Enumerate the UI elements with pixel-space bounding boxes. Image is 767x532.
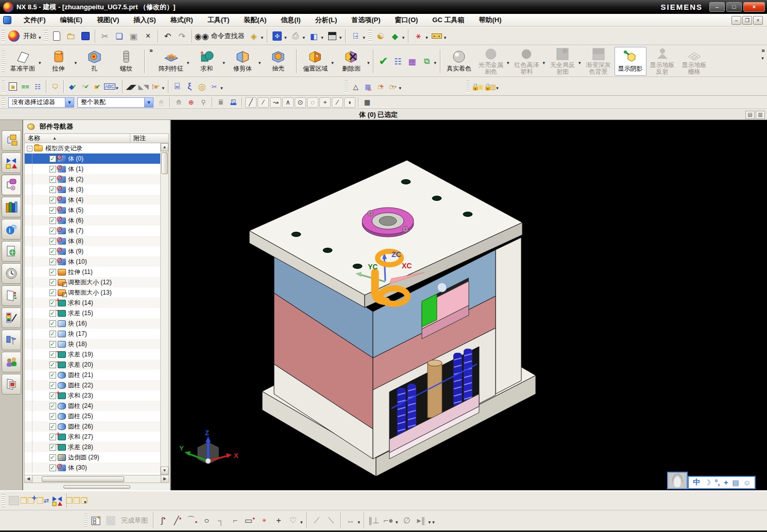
fit-selection-icon[interactable]: ▣: [7, 81, 19, 92]
tree-row[interactable]: 圆柱 (25): [25, 411, 160, 421]
lock-body-icon[interactable]: 🔒▣: [472, 81, 483, 92]
chamfer-icon[interactable]: ⌐: [229, 514, 242, 527]
view-cube-icon[interactable]: ◧: [307, 29, 320, 43]
cut-icon[interactable]: ✂: [98, 29, 112, 43]
maximize-button[interactable]: □: [726, 2, 742, 12]
tree-row[interactable]: 求差 (28): [25, 442, 160, 452]
delete-face-button[interactable]: 删除面: [335, 47, 367, 76]
visibility-checkbox[interactable]: [49, 269, 56, 276]
thread-button[interactable]: 螺纹: [110, 47, 142, 76]
visibility-checkbox[interactable]: [49, 392, 56, 399]
workpiece-icon[interactable]: 🗳: [228, 97, 239, 108]
tree-row[interactable]: 求和 (27): [25, 432, 160, 442]
redo-icon[interactable]: ↷: [176, 29, 189, 43]
visibility-checkbox[interactable]: [49, 238, 56, 245]
fit-view-icon[interactable]: ✣: [270, 29, 284, 43]
scroll-right-icon[interactable]: ▶: [161, 475, 168, 483]
find-component-icon[interactable]: [7, 494, 21, 507]
visualize-shape-icon[interactable]: ◆: [388, 29, 402, 43]
add-component-icon[interactable]: ❒❒+: [22, 494, 35, 507]
snap-arc-center-icon[interactable]: ⊙: [295, 97, 306, 108]
minimize-button[interactable]: –: [709, 2, 725, 12]
sketch-in-task-icon[interactable]: [90, 514, 103, 527]
circle-icon[interactable]: ○: [200, 514, 213, 527]
scroll-down-icon[interactable]: ▼: [161, 467, 168, 475]
visibility-checkbox[interactable]: [49, 248, 56, 255]
history-tab[interactable]: [2, 263, 21, 284]
snap-existing-point-icon[interactable]: +: [319, 97, 331, 108]
tree-root-row[interactable]: − 模型历史记录: [25, 143, 160, 153]
child-restore-button[interactable]: ❐: [742, 16, 752, 25]
arc-icon[interactable]: ⌒●: [185, 514, 199, 527]
assembly-navigator-tab[interactable]: [2, 130, 21, 151]
section-view-icon[interactable]: ⧉: [420, 55, 433, 68]
visibility-checkbox[interactable]: [49, 228, 56, 234]
export-displayed-part-icon[interactable]: ⎙: [289, 29, 302, 43]
tree-row[interactable]: 圆柱 (21): [25, 370, 160, 380]
grid-snap-icon[interactable]: ▦: [362, 97, 373, 108]
show-constraints-icon[interactable]: ▸∥: [415, 514, 428, 527]
visibility-checkbox[interactable]: [49, 186, 56, 193]
unite-button[interactable]: + 求和: [191, 47, 223, 76]
visibility-checkbox[interactable]: [49, 166, 56, 173]
process-studio-tab[interactable]: [2, 285, 21, 306]
polygon-icon[interactable]: ✳: [258, 514, 271, 527]
menu-item[interactable]: 工具(T): [200, 14, 237, 26]
scrollbar-thumb[interactable]: [42, 476, 124, 482]
move-component-icon[interactable]: ❒⇄: [36, 494, 49, 507]
visibility-checkbox[interactable]: [49, 382, 56, 389]
lock-assembly-icon[interactable]: 🔒▥: [484, 81, 496, 92]
rotate-point-icon[interactable]: ⊕: [185, 97, 197, 108]
folder-points-icon[interactable]: 🗀✛: [375, 81, 386, 92]
profile-curve-icon[interactable]: ∫●: [157, 514, 170, 527]
finish-sketch-label[interactable]: 完成草图: [121, 516, 148, 525]
tree-horizontal-scrollbar[interactable]: ◀ ▶: [24, 475, 169, 483]
menu-item[interactable]: 帮助(H): [471, 14, 508, 26]
visibility-checkbox[interactable]: [49, 403, 56, 409]
start-menu-label[interactable]: 开始: [23, 31, 37, 41]
quick-trim-icon[interactable]: ⟋: [310, 514, 323, 527]
assembly-constraints-icon[interactable]: [50, 494, 64, 507]
tree-row[interactable]: 调整面大小 (12): [25, 277, 160, 287]
fillet-icon[interactable]: ┐: [214, 514, 228, 527]
tree-row[interactable]: 边倒圆 (29): [25, 452, 160, 462]
overflow-chevron[interactable]: »▾: [761, 47, 765, 61]
layer-stack-icon[interactable]: ≡≡: [20, 81, 31, 92]
tree-row[interactable]: 拉伸 (11): [25, 267, 160, 277]
visibility-checkbox[interactable]: [49, 207, 56, 214]
visibility-checkbox[interactable]: [49, 156, 56, 162]
tree-row[interactable]: 体 (9): [25, 246, 160, 256]
reuse-library-tab[interactable]: [2, 197, 21, 217]
ime-button[interactable]: °,: [715, 478, 720, 487]
highlight-related-icon[interactable]: 🖰: [156, 97, 167, 108]
visibility-checkbox[interactable]: [49, 362, 56, 368]
spreadsheet-icon[interactable]: ▦: [405, 55, 419, 68]
sketch-style-icon[interactable]: [104, 514, 117, 527]
visibility-checkbox[interactable]: [49, 351, 56, 358]
trim-body-button[interactable]: 修剪体: [227, 47, 259, 76]
measure-angle-icon[interactable]: ⚹: [412, 29, 425, 43]
snap-point-on-curve-icon[interactable]: ∕: [332, 97, 343, 108]
visibility-checkbox[interactable]: [49, 289, 56, 296]
exit-palette-tab[interactable]: [2, 374, 21, 394]
no-constraint-icon[interactable]: ∅: [400, 514, 414, 527]
tree-row[interactable]: 体 (5): [25, 205, 160, 215]
scrollbar-thumb[interactable]: [161, 152, 168, 174]
tree-row[interactable]: 体 (1): [25, 164, 160, 174]
extension-spring-icon[interactable]: ξ: [184, 81, 195, 92]
visibility-checkbox[interactable]: [49, 423, 56, 430]
binoculars-icon[interactable]: ◉◉: [195, 29, 209, 43]
scroll-left-icon[interactable]: ◀: [25, 475, 32, 483]
tree-vertical-scrollbar[interactable]: ▲ ▼: [160, 143, 168, 475]
child-minimize-button[interactable]: –: [731, 16, 741, 25]
folder-circles-icon[interactable]: 🗀∘∘: [387, 81, 399, 92]
tree-row[interactable]: 圆柱 (22): [25, 380, 160, 390]
dialog-rail-icon[interactable]: ▤: [745, 111, 755, 119]
tree-row[interactable]: 求和 (23): [25, 390, 160, 401]
offset-curve-icon[interactable]: ♡: [286, 514, 300, 527]
paste-icon[interactable]: ▣: [127, 29, 141, 43]
roles-tab[interactable]: [2, 330, 21, 350]
snap-point-icon[interactable]: ⚲: [198, 97, 209, 108]
new-file-icon[interactable]: [50, 29, 63, 43]
parts-list-icon[interactable]: ☷: [391, 55, 404, 68]
